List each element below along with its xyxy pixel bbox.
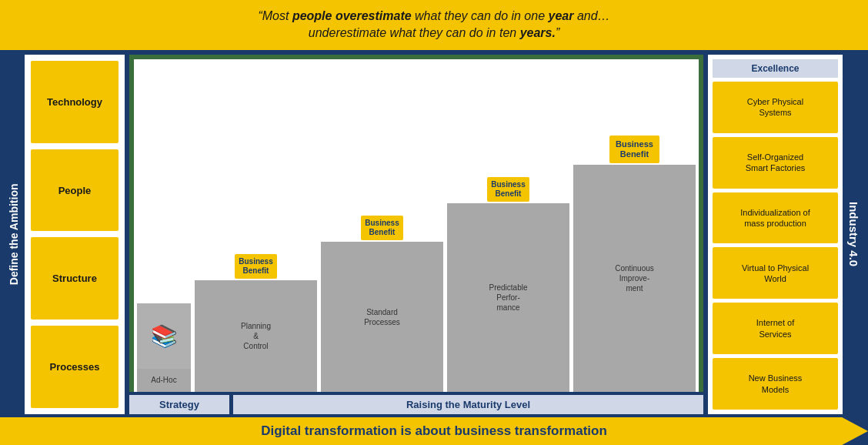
bar-standard-bar: StandardProcesses (321, 242, 443, 392)
middle-section: 📚 Ad-Hoc BusinessBenefit Planning&Contro… (129, 55, 703, 414)
define-label: Define the Ambition (6, 55, 22, 414)
right-section: Excellence Cyber PhysicalSystems Self-Or… (708, 55, 862, 414)
quote-text2: underestimate what they can do in ten ye… (309, 26, 559, 39)
bar-planning-bar: Planning&Control (195, 280, 317, 392)
benefit-continuous: BusinessBenefit (609, 136, 659, 163)
strategy-item-technology: Technology (31, 61, 119, 143)
books-icon: 📚 (137, 303, 191, 369)
bar-continuous-bar: ContinuousImprove-ment (573, 165, 696, 392)
quote-banner: “Most people overestimate what they can … (0, 0, 868, 50)
quote-line1: “Most people overestimate what they can … (15, 8, 853, 25)
excellence-bottom-label: Excellence (713, 59, 838, 78)
strategy-item-people: People (31, 149, 119, 232)
excellence-virtual: Virtual to PhysicalWorld (713, 247, 838, 299)
left-section: Define the Ambition Technology People St… (6, 55, 125, 414)
quote-text: “Most people overestimate what they can … (258, 9, 609, 22)
industry-label: Industry 4.0 (846, 55, 862, 414)
excellence-business: New BusinessModels (713, 358, 838, 410)
bottom-banner: Digital transformation is about business… (0, 417, 868, 445)
bars-container: 📚 Ad-Hoc BusinessBenefit Planning&Contro… (134, 59, 699, 392)
bar-adhoc: 📚 Ad-Hoc (137, 303, 191, 392)
main-area: Define the Ambition Technology People St… (0, 50, 868, 417)
bottom-text: Digital transformation is about business… (261, 423, 607, 438)
raising-bottom-label: Raising the Maturity Level (233, 395, 703, 414)
benefit-standard: BusinessBenefit (361, 216, 402, 240)
strategy-bottom-label: Strategy (129, 395, 229, 414)
strategy-item-structure: Structure (31, 237, 119, 320)
chart-area: 📚 Ad-Hoc BusinessBenefit Planning&Contro… (129, 55, 703, 392)
bar-predictable: BusinessBenefit PredictablePerfor-mance (447, 177, 569, 392)
excellence-box: Excellence Cyber PhysicalSystems Self-Or… (708, 55, 843, 414)
bar-predictable-bar: PredictablePerfor-mance (447, 203, 569, 392)
excellence-smart: Self-OrganizedSmart Factories (713, 137, 838, 189)
bar-planning: BusinessBenefit Planning&Control (195, 254, 317, 392)
bar-standard: BusinessBenefit StandardProcesses (321, 216, 443, 392)
excellence-individual: Individualization ofmass production (713, 192, 838, 244)
excellence-cyber: Cyber PhysicalSystems (713, 82, 838, 133)
quote-line2: underestimate what they can do in ten ye… (15, 25, 853, 42)
benefit-predictable: BusinessBenefit (487, 177, 529, 202)
benefit-planning: BusinessBenefit (235, 254, 276, 279)
adhoc-label: Ad-Hoc (137, 369, 191, 392)
bottom-labels: Strategy Raising the Maturity Level (129, 395, 703, 414)
strategy-box: Technology People Structure Processes (25, 55, 125, 414)
strategy-item-processes: Processes (31, 326, 119, 408)
bar-continuous: BusinessBenefit ContinuousImprove-ment (573, 136, 696, 392)
excellence-internet: Internet ofServices (713, 303, 838, 354)
